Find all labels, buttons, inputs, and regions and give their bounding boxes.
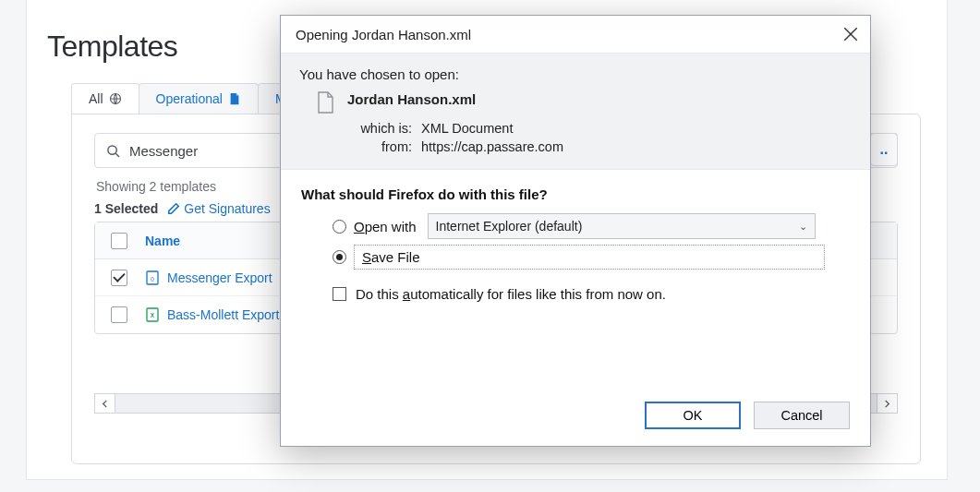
get-signatures-label: Get Signatures	[184, 201, 270, 216]
svg-text:{}: {}	[151, 276, 154, 282]
scroll-left-arrow[interactable]	[95, 394, 115, 413]
tab-all[interactable]: All	[71, 83, 139, 114]
chevron-down-icon: ⌄	[799, 221, 807, 233]
close-icon[interactable]	[842, 26, 859, 42]
save-file-option[interactable]: Save FileSave File	[333, 245, 850, 270]
which-is-label: which is:	[347, 121, 412, 136]
dialog-header: You have chosen to open: Jordan Hanson.x…	[281, 53, 870, 170]
pencil-icon	[167, 202, 180, 215]
dialog-question: What should Firefox do with this file?	[301, 186, 850, 202]
tab-operational[interactable]: Operational	[139, 83, 259, 114]
tab-label: Operational	[156, 91, 223, 106]
ellipsis-icon: ..	[880, 141, 889, 158]
svg-point-1	[108, 145, 116, 153]
generic-file-icon	[316, 91, 334, 114]
selected-count: 1 Selected	[94, 201, 158, 216]
dialog-title: Opening Jordan Hanson.xml	[296, 27, 471, 42]
open-with-radio[interactable]	[333, 220, 346, 234]
globe-icon	[109, 92, 122, 105]
document-icon	[228, 92, 241, 105]
chosen-text: You have chosen to open:	[299, 66, 852, 82]
scroll-right-arrow[interactable]	[877, 394, 897, 413]
select-all-checkbox[interactable]	[111, 233, 127, 249]
file-name: Jordan Hanson.xml	[347, 91, 476, 107]
dialog-footer: OK Cancel	[281, 389, 870, 446]
tab-label: All	[89, 91, 103, 106]
auto-label: Do this automatically for files like thi…	[356, 286, 666, 302]
save-file-radio[interactable]	[333, 250, 346, 264]
open-with-label: OOpen withpen with	[354, 219, 417, 234]
open-with-option[interactable]: OOpen withpen with Internet Explorer (de…	[333, 213, 850, 239]
open-with-select[interactable]: Internet Explorer (default) ⌄	[428, 213, 816, 239]
xml-file-icon: {}	[145, 270, 160, 285]
which-is-value: XML Document	[421, 121, 513, 136]
download-dialog: Opening Jordan Hanson.xml You have chose…	[280, 15, 871, 447]
row-checkbox[interactable]	[111, 306, 127, 323]
dialog-titlebar: Opening Jordan Hanson.xml	[281, 16, 870, 53]
ok-button[interactable]: OK	[645, 402, 741, 429]
dialog-body: What should Firefox do with this file? O…	[281, 170, 870, 389]
row-name-link[interactable]: Messenger Export	[167, 270, 272, 285]
save-file-label: Save FileSave File	[362, 249, 420, 265]
svg-line-2	[115, 153, 119, 157]
search-icon	[106, 144, 120, 158]
cancel-button[interactable]: Cancel	[754, 402, 850, 429]
row-name-link[interactable]: Bass-Mollett Export	[167, 307, 279, 322]
auto-option[interactable]: Do this automatically for files like thi…	[333, 286, 850, 302]
auto-checkbox[interactable]	[333, 287, 346, 301]
get-signatures-action[interactable]: Get Signatures	[167, 201, 270, 216]
overflow-button[interactable]: ..	[870, 133, 898, 166]
svg-text:X: X	[151, 312, 155, 318]
from-value: https://cap.passare.com	[421, 139, 563, 154]
open-with-value: Internet Explorer (default)	[436, 219, 583, 234]
from-label: from:	[347, 139, 412, 154]
row-checkbox[interactable]	[111, 270, 127, 286]
xls-file-icon: X	[145, 307, 160, 322]
